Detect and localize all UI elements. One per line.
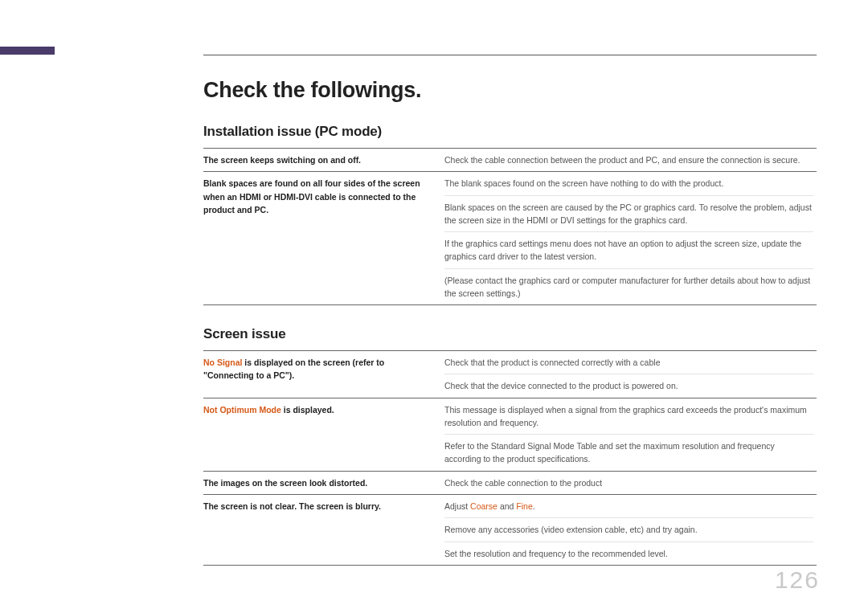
tab-marker — [0, 47, 55, 55]
cell-remedy: The blank spaces found on the screen hav… — [444, 172, 817, 305]
table-install: The screen keeps switching on and off. C… — [203, 148, 817, 305]
page-number: 126 — [775, 566, 820, 594]
cell-remedy: Adjust Coarse and Fine. Remove any acces… — [444, 494, 817, 565]
table-row: Blank spaces are found on all four sides… — [203, 172, 817, 305]
cell-remedy: Check that the product is connected corr… — [444, 351, 817, 398]
cell-symptom: Not Optimum Mode is displayed. — [203, 398, 444, 471]
cell-symptom: No Signal is displayed on the screen (re… — [203, 351, 444, 398]
table-row: The screen keeps switching on and off. C… — [203, 149, 817, 172]
page-title: Check the followings. — [203, 78, 817, 103]
table-row: Not Optimum Mode is displayed. This mess… — [203, 398, 817, 471]
table-row: The images on the screen look distorted.… — [203, 471, 817, 494]
cell-symptom: The images on the screen look distorted. — [203, 471, 444, 494]
cell-symptom: The screen keeps switching on and off. — [203, 149, 444, 172]
table-screen: No Signal is displayed on the screen (re… — [203, 350, 817, 566]
section-heading-screen: Screen issue — [203, 326, 817, 342]
page-content: Check the followings. Installation issue… — [203, 53, 817, 566]
cell-symptom: Blank spaces are found on all four sides… — [203, 172, 444, 305]
cell-symptom: The screen is not clear. The screen is b… — [203, 494, 444, 565]
adjust-line: Adjust Coarse and Fine. — [444, 501, 535, 511]
cell-remedy: Check the cable connection to the produc… — [444, 471, 817, 494]
table-row: No Signal is displayed on the screen (re… — [203, 351, 817, 398]
top-rule — [203, 55, 817, 55]
cell-remedy: Check the cable connection between the p… — [444, 149, 817, 172]
table-row: The screen is not clear. The screen is b… — [203, 494, 817, 565]
cell-remedy: This message is displayed when a signal … — [444, 398, 817, 471]
section-heading-install: Installation issue (PC mode) — [203, 124, 817, 140]
